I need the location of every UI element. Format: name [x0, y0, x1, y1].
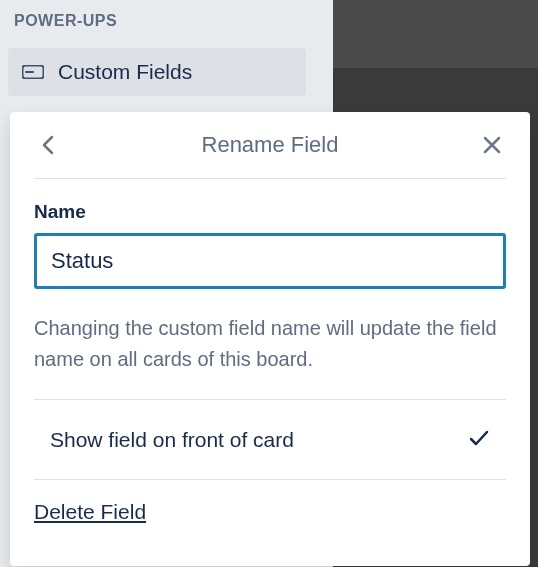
chevron-left-icon [41, 134, 55, 156]
custom-fields-powerup-item[interactable]: Custom Fields [8, 48, 306, 96]
back-button[interactable] [34, 131, 62, 159]
powerups-section-header: POWER-UPS [14, 12, 117, 30]
check-icon [468, 427, 506, 453]
name-label: Name [34, 201, 506, 223]
field-name-input[interactable] [34, 233, 506, 289]
name-section: Name [34, 179, 506, 289]
rename-field-modal: Rename Field Name Changing the custom fi… [10, 112, 530, 566]
custom-fields-label: Custom Fields [58, 60, 192, 84]
close-icon [482, 135, 502, 155]
custom-fields-icon [22, 65, 44, 79]
modal-title: Rename Field [202, 132, 339, 158]
close-button[interactable] [478, 131, 506, 159]
modal-header: Rename Field [34, 112, 506, 179]
delete-field-link[interactable]: Delete Field [34, 500, 146, 524]
show-field-label: Show field on front of card [34, 428, 294, 452]
show-field-on-front-toggle[interactable]: Show field on front of card [34, 400, 506, 480]
rename-help-text: Changing the custom field name will upda… [34, 313, 506, 400]
